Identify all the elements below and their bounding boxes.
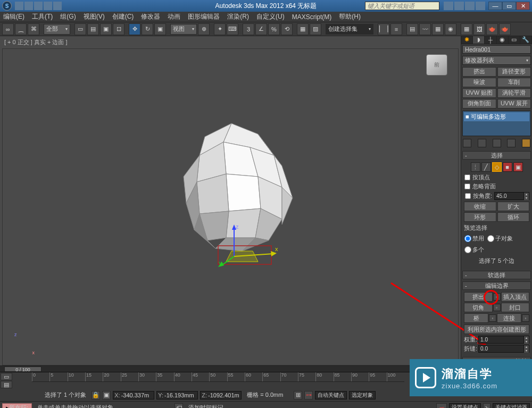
named-sel-set-dropdown[interactable]: 创建选择集 [326, 24, 373, 35]
render-frame-icon[interactable]: 🖼 [473, 23, 485, 35]
more-icon[interactable] [476, 2, 485, 10]
scale-icon[interactable]: ▣ [154, 23, 166, 35]
ref-coord-dropdown[interactable]: 视图 [170, 24, 197, 35]
spinner-snap-icon[interactable]: ⟲ [281, 23, 293, 35]
help-icon[interactable] [444, 2, 453, 10]
keyfilter-icon[interactable]: ↘ [483, 403, 491, 408]
subobj-element-icon[interactable]: ▣ [513, 162, 523, 172]
menu-animation[interactable]: 动画 [168, 12, 180, 21]
add-time-marker[interactable]: 添加时间标记 [185, 404, 227, 409]
maximize-button[interactable]: ▭ [502, 2, 516, 10]
mod-turbosmooth-button[interactable]: 涡轮平滑 [497, 88, 531, 98]
tab-modify-icon[interactable]: ◗ [473, 36, 485, 44]
section-edit-border-header[interactable]: 编辑边界 [462, 281, 531, 290]
connect-settings-icon[interactable]: ▫ [522, 314, 529, 322]
coord-z[interactable]: Z:-1092.401m [200, 391, 242, 399]
remove-modifier-icon[interactable] [507, 139, 516, 147]
qa-open-icon[interactable] [24, 2, 33, 10]
menu-tools[interactable]: 工具(T) [32, 12, 53, 21]
menu-help[interactable]: 帮助(H) [339, 12, 361, 21]
coord-y[interactable]: Y:-16.193mm [156, 391, 198, 399]
track-filter-icon[interactable]: ▤ [1, 381, 12, 388]
section-soft-header[interactable]: 软选择 [462, 271, 531, 279]
set-key-icon[interactable]: ⊸ [436, 403, 447, 408]
loop-button[interactable]: 循环 [497, 212, 530, 222]
grow-button[interactable]: 扩大 [497, 202, 530, 211]
track-lock-icon[interactable]: ▭ [1, 373, 12, 380]
mod-pathdeform-button[interactable]: 路径变形 [497, 67, 531, 77]
render-setup-icon[interactable]: ▦ [461, 23, 472, 35]
select-icon[interactable]: ▭ [74, 23, 86, 35]
make-unique-icon[interactable] [493, 139, 501, 147]
isolate-icon[interactable]: ▣ [102, 391, 111, 399]
mod-noise-button[interactable]: 噪波 [462, 78, 496, 87]
insert-vertex-button[interactable]: 插入顶点 [501, 292, 530, 302]
bind-icon[interactable]: ⌘ [28, 23, 39, 35]
timeconfig-icon[interactable]: ⊞ [294, 391, 302, 399]
subobj-polygon-icon[interactable]: ■ [503, 162, 512, 172]
crease-spinner[interactable]: ▴▾ [478, 345, 529, 353]
app-icon[interactable]: S [2, 1, 12, 11]
shrink-button[interactable]: 收缩 [464, 202, 496, 211]
ignore-backfacing-check[interactable]: 忽略背面 [463, 182, 530, 191]
layers-icon[interactable]: ▤ [406, 23, 418, 35]
subobj-border-icon[interactable]: ◇ [492, 162, 502, 172]
tab-utilities-icon[interactable]: 🔧 [520, 36, 532, 44]
bridge-settings-icon[interactable]: ▫ [489, 314, 496, 322]
extrude-settings-icon[interactable]: ▫ [493, 293, 501, 301]
mod-extrude-button[interactable]: 挤出 [462, 67, 496, 77]
subobj-edge-icon[interactable]: ╱ [481, 162, 491, 172]
autokey-button[interactable]: 自动关键点 [315, 391, 347, 399]
link-icon[interactable]: ∞ [2, 23, 14, 35]
modifier-list-dropdown[interactable]: 修改器列表 [462, 56, 531, 65]
manipulate-icon[interactable]: ✦ [214, 23, 226, 35]
menu-modifiers[interactable]: 修改器 [141, 12, 160, 21]
menu-view[interactable]: 视图(V) [84, 12, 105, 21]
autokey-key-icon[interactable]: ⊶ [304, 391, 313, 399]
edged-faces-icon[interactable]: ▦ [297, 23, 309, 35]
unlink-icon[interactable]: ⁔ [15, 23, 27, 35]
curve-editor-icon[interactable]: 〰 [419, 23, 431, 35]
tab-display-icon[interactable]: ▭ [509, 36, 520, 44]
extrude-button[interactable]: 挤出 [464, 292, 493, 302]
bridge-button[interactable]: 桥 [464, 313, 488, 323]
subobj-vertex-icon[interactable]: ⋮ [471, 162, 480, 172]
time-slider[interactable]: 0 / 100 [4, 367, 41, 372]
radio-subobj[interactable]: 子对象 [487, 235, 513, 243]
tab-create-icon[interactable]: ✺ [461, 36, 473, 44]
pin-stack-icon[interactable] [463, 139, 471, 147]
radio-multi[interactable]: 多个 [464, 246, 484, 254]
schematic-icon[interactable]: ▦ [432, 23, 444, 35]
tab-hierarchy-icon[interactable]: ┼ [485, 36, 496, 44]
close-button[interactable]: ✕ [516, 2, 530, 10]
select-name-icon[interactable]: ▤ [87, 23, 99, 35]
chamfer-button[interactable]: 切角 [464, 303, 493, 312]
modifier-stack[interactable]: ■ 可编辑多边形 [462, 111, 531, 136]
render-icon[interactable]: 🫖 [486, 23, 498, 35]
section-selection-header[interactable]: 选择 [462, 151, 531, 160]
wireframe-icon[interactable]: ▨ [310, 23, 321, 35]
show-end-result-icon[interactable] [478, 139, 486, 147]
help-search-input[interactable] [365, 2, 439, 10]
menu-edit[interactable]: 编辑(E) [3, 12, 24, 21]
keyboard-icon[interactable]: ⌨ [227, 23, 238, 35]
object-name-input[interactable] [462, 45, 531, 54]
menu-maxscript[interactable]: MAXScript(M) [292, 13, 332, 21]
minimize-button[interactable]: — [488, 2, 502, 10]
cap-button[interactable]: 封口 [501, 303, 530, 312]
material-editor-icon[interactable]: ◉ [445, 23, 456, 35]
chamfer-settings-icon[interactable]: ▫ [493, 304, 501, 311]
mod-lathe-button[interactable]: 车削 [497, 78, 531, 87]
move-icon[interactable]: ✥ [129, 23, 140, 35]
menu-customize[interactable]: 自定义(U) [256, 12, 285, 21]
mod-uvwunwrap-button[interactable]: UVW 展开 [497, 99, 531, 109]
render-prod-icon[interactable]: 🫖 [499, 23, 511, 35]
viewport-label[interactable]: [ + 0 正交 ] 真实 + 边面 ] [0, 36, 461, 48]
window-crossing-icon[interactable]: ⊡ [113, 23, 124, 35]
angle-snap-icon[interactable]: ∠ [255, 23, 267, 35]
select-region-icon[interactable]: ▣ [100, 23, 112, 35]
rotate-icon[interactable]: ↻ [142, 23, 153, 35]
menu-graph-editors[interactable]: 图形编辑器 [188, 12, 220, 21]
angle-spinner[interactable]: ▴▾ [494, 192, 529, 200]
ring-button[interactable]: 环形 [464, 212, 496, 222]
